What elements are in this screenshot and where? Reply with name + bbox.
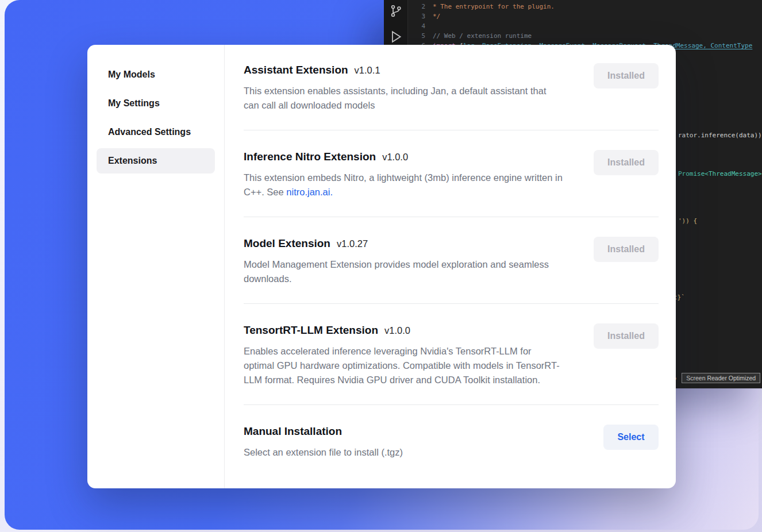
installed-button[interactable]: Installed — [594, 323, 659, 349]
extension-row-manual-installation: Manual Installation Select an extension … — [244, 425, 659, 477]
extension-row: Model Extension v1.0.27 Model Management… — [244, 237, 659, 304]
extension-row: Assistant Extension v1.0.1 This extensio… — [244, 63, 659, 130]
code-line: 4 — [413, 21, 762, 31]
code-text: // Web / extension runtime — [433, 31, 532, 41]
installed-button[interactable]: Installed — [594, 150, 659, 175]
extension-version: v1.0.1 — [355, 65, 380, 76]
sidebar-item-extensions[interactable]: Extensions — [97, 148, 215, 174]
extension-row: Inference Nitro Extension v1.0.0 This ex… — [244, 150, 659, 217]
extension-version: v1.0.27 — [337, 238, 368, 249]
extension-title: Manual Installation — [244, 425, 342, 438]
nitro-link[interactable]: nitro.jan.ai. — [286, 187, 333, 197]
code-text: */ — [433, 11, 440, 21]
settings-sidebar: My Models My Settings Advanced Settings … — [87, 45, 225, 488]
extension-title: Inference Nitro Extension — [244, 150, 376, 164]
screen-reader-button: Screen Reader Optimized — [682, 373, 760, 383]
line-number: 3 — [413, 11, 425, 21]
extension-version: v1.0.0 — [382, 152, 408, 163]
extension-title: Assistant Extension — [244, 63, 348, 77]
installed-button[interactable]: Installed — [594, 63, 659, 88]
extension-info: Assistant Extension v1.0.1 This extensio… — [244, 63, 563, 113]
extension-info: Inference Nitro Extension v1.0.0 This ex… — [244, 150, 563, 199]
code-fragment: rator.inference(data)); — [678, 132, 762, 139]
sidebar-item-my-models[interactable]: My Models — [97, 62, 215, 87]
code-text: * The entrypoint for the plugin. — [433, 2, 555, 11]
extensions-panel: Assistant Extension v1.0.1 This extensio… — [225, 45, 676, 488]
installed-button[interactable]: Installed — [594, 237, 659, 262]
extension-title: TensortRT-LLM Extension — [244, 323, 378, 337]
code-line: 3*/ — [413, 11, 762, 21]
extension-description: Enables accelerated inference leveraging… — [244, 344, 563, 387]
extension-title: Model Extension — [244, 237, 330, 250]
code-fragment: Promise<ThreadMessage> — [678, 170, 762, 178]
code-lines: 2* The entrypoint for the plugin. 3*/ 4 … — [413, 2, 762, 51]
code-line: 2* The entrypoint for the plugin. — [413, 2, 762, 11]
extension-version: v1.0.0 — [384, 325, 410, 336]
sidebar-item-my-settings[interactable]: My Settings — [97, 91, 215, 116]
extension-row: TensortRT-LLM Extension v1.0.0 Enables a… — [244, 323, 659, 405]
select-button[interactable]: Select — [603, 425, 659, 450]
page: 2* The entrypoint for the plugin. 3*/ 4 … — [0, 0, 762, 532]
code-line: 5// Web / extension runtime — [413, 31, 762, 41]
extension-description: Select an extension file to install (.tg… — [244, 445, 403, 460]
source-control-icon — [389, 4, 403, 18]
extension-info: Manual Installation Select an extension … — [244, 425, 403, 460]
run-debug-icon — [388, 29, 403, 44]
settings-modal: My Models My Settings Advanced Settings … — [87, 45, 676, 488]
extension-description: This extension enables assistants, inclu… — [244, 84, 563, 113]
extension-description: Model Management Extension provides mode… — [244, 257, 563, 286]
sidebar-item-advanced-settings[interactable]: Advanced Settings — [97, 119, 215, 145]
extension-info: TensortRT-LLM Extension v1.0.0 Enables a… — [244, 323, 563, 387]
extension-info: Model Extension v1.0.27 Model Management… — [244, 237, 563, 286]
code-fragment: ')) { — [678, 217, 697, 225]
line-number: 2 — [413, 2, 425, 11]
status-bar: go Screen Reader Optimized — [669, 373, 760, 383]
line-number: 4 — [413, 21, 425, 31]
line-number: 5 — [413, 31, 425, 41]
extension-description: This extension embeds Nitro, a lightweig… — [244, 171, 563, 199]
